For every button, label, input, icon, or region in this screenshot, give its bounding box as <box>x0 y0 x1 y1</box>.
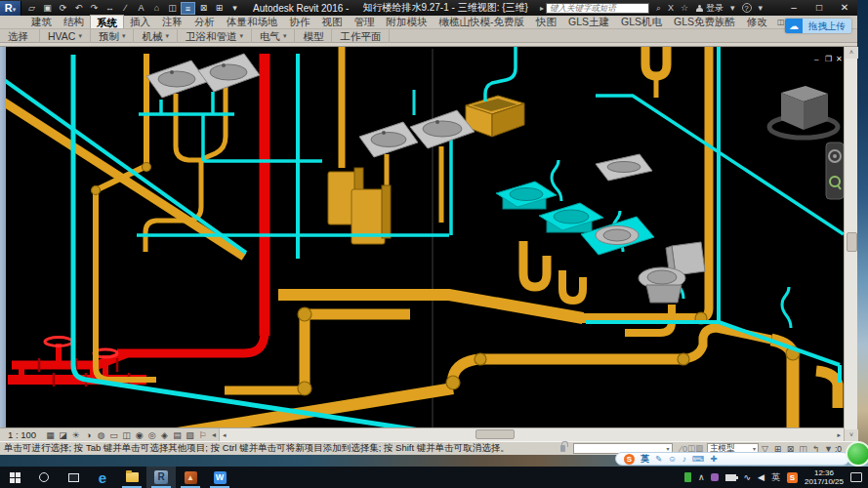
help-icon[interactable]: ? <box>742 3 752 13</box>
reveal-constraints-icon[interactable]: ⚐ <box>196 429 209 441</box>
panel-work-plane[interactable]: 工作平面 <box>332 29 390 43</box>
help-arrow-icon[interactable]: ▾ <box>759 3 764 13</box>
soft-keyboard-icon[interactable]: ⌨ <box>692 454 704 464</box>
panel-select[interactable]: 选择 <box>0 29 40 43</box>
minimize-button[interactable]: – <box>781 1 806 16</box>
sync-icon[interactable]: ⟳ <box>56 2 70 15</box>
tab-modify[interactable]: 修改 <box>741 15 773 28</box>
sign-in-label[interactable]: 登录 <box>706 2 723 15</box>
network-icon[interactable]: ∿ <box>743 472 751 482</box>
tab-manage[interactable]: 管理 <box>349 15 381 28</box>
thin-lines-icon[interactable]: ≡ <box>181 2 195 15</box>
3d-view-canvas[interactable]: – ❐ ✕ <box>6 47 844 427</box>
panel-electrical[interactable]: 电气▾ <box>252 29 296 43</box>
show-crop-region-icon[interactable]: ◫ <box>120 429 133 441</box>
maximize-button[interactable]: □ <box>806 1 832 16</box>
lock-icon[interactable] <box>560 445 565 452</box>
drag-upload-button[interactable]: ☁ 拖拽上传 <box>785 19 851 33</box>
tab-gls-mep[interactable]: GLS机电 <box>615 15 668 28</box>
scroll-left-icon[interactable]: ◂ <box>223 429 227 441</box>
sogou-tray-icon[interactable]: S <box>787 472 798 483</box>
redo-icon[interactable]: ↷ <box>87 2 102 15</box>
visual-style-icon[interactable]: ◪ <box>57 429 69 441</box>
tab-analyze[interactable]: 分析 <box>188 15 221 28</box>
handwriting-icon[interactable]: ✎ <box>655 454 662 464</box>
security-float-ball[interactable] <box>846 441 868 467</box>
qat-customize-icon[interactable]: ▾ <box>227 2 242 15</box>
taskbar-wps[interactable]: W <box>205 467 234 488</box>
emoji-icon[interactable]: ☺ <box>668 454 677 464</box>
voice-input-icon[interactable]: ♪ <box>682 454 686 464</box>
close-button[interactable]: ✕ <box>832 1 857 16</box>
text-icon[interactable]: A <box>134 2 148 15</box>
search-icon[interactable]: ⌕ <box>656 3 661 14</box>
panel-hvac[interactable]: HVAC▾ <box>40 29 91 43</box>
cortana-button[interactable] <box>29 467 59 488</box>
action-center-icon[interactable] <box>850 472 862 482</box>
tab-gls-civil[interactable]: GLS土建 <box>562 15 615 28</box>
worksharing-display-icon[interactable]: ▤ <box>171 429 184 441</box>
scroll-right-icon[interactable]: ▸ <box>837 429 841 441</box>
input-language-toggle[interactable]: 英 <box>641 453 649 466</box>
show-hidden-icons-caret[interactable]: ∧ <box>698 472 705 482</box>
crop-view-icon[interactable]: ▭ <box>107 429 120 441</box>
horizontal-scroll-thumb[interactable] <box>475 429 515 439</box>
taskbar-cad-app[interactable]: ▲ <box>176 467 205 488</box>
tray-app-icon[interactable] <box>711 473 719 481</box>
taskbar-edge[interactable]: e <box>88 467 117 488</box>
tab-architecture[interactable]: 建筑 <box>25 15 58 28</box>
taskbar-revit[interactable]: R <box>146 467 176 488</box>
battery-icon[interactable] <box>725 474 736 481</box>
detail-level-icon[interactable]: ▦ <box>44 429 57 441</box>
scroll-down-icon[interactable]: ˅ <box>845 429 858 441</box>
open-icon[interactable]: ▱ <box>24 2 39 15</box>
exchange-apps-icon[interactable]: X <box>668 3 674 13</box>
default-3d-view-icon[interactable]: ⌂ <box>149 2 164 15</box>
task-view-button[interactable] <box>59 467 88 488</box>
save-icon[interactable]: ▣ <box>40 2 55 15</box>
viewbar-collapse-icon[interactable]: ◂ <box>209 430 219 439</box>
tab-systems[interactable]: 系统 <box>90 15 124 28</box>
tab-massing-site[interactable]: 体量和场地 <box>221 15 284 28</box>
horizontal-scrollbar[interactable]: ◂ ▸ <box>219 428 844 442</box>
lock-3d-view-icon[interactable]: ◉ <box>133 429 145 441</box>
sun-path-icon[interactable]: ☀ <box>69 429 82 441</box>
panel-model[interactable]: 模型 <box>295 29 332 43</box>
sogou-logo-icon[interactable]: S <box>624 454 635 465</box>
navigation-bar[interactable] <box>826 142 844 199</box>
panel-mechanical[interactable]: 机械▾ <box>134 29 178 43</box>
view-window-controls[interactable]: – ❐ ✕ <box>814 55 843 63</box>
tab-glsmod[interactable]: 橄榄山快模-免费版 <box>434 15 531 28</box>
volume-icon[interactable]: ◀ <box>758 472 765 482</box>
shadows-icon[interactable]: ◑ <box>82 429 95 441</box>
panel-plumbing[interactable]: 卫浴和管道▾ <box>178 29 252 43</box>
sogou-input-toolbar[interactable]: S 英 ✎ ☺ ♪ ⌨ ✚ <box>615 452 849 466</box>
tab-collaborate[interactable]: 协作 <box>284 15 316 28</box>
infocenter-collapse-icon[interactable]: ▸ <box>540 4 544 13</box>
tab-gls-family[interactable]: GLS免费族酷 <box>668 15 741 28</box>
tab-kuaitu[interactable]: 快图 <box>530 15 562 28</box>
panel-fabrication[interactable]: 预制▾ <box>91 29 135 43</box>
tab-addins[interactable]: 附加模块 <box>381 15 434 28</box>
taskbar-file-explorer[interactable] <box>117 467 146 488</box>
input-language-indicator[interactable]: 英 <box>771 471 780 484</box>
tab-structure[interactable]: 结构 <box>58 15 90 28</box>
measure-icon[interactable]: ↔ <box>103 2 117 15</box>
toolbox-icon[interactable]: ✚ <box>710 454 717 464</box>
temporary-hide-isolate-icon[interactable]: ◎ <box>145 429 158 441</box>
vertical-scroll-thumb[interactable] <box>847 232 857 252</box>
reveal-hidden-elements-icon[interactable]: ◈ <box>158 429 171 441</box>
usb-device-icon[interactable] <box>684 472 691 482</box>
search-input[interactable] <box>546 3 649 14</box>
user-icon[interactable] <box>696 5 703 12</box>
vertical-scrollbar[interactable]: ˄ ˅ <box>844 47 857 441</box>
render-icon[interactable]: ◍ <box>95 429 107 441</box>
scroll-up-icon[interactable]: ˄ <box>845 47 858 59</box>
view-scale-label[interactable]: 1 : 100 <box>0 429 44 440</box>
sign-in-arrow-icon[interactable]: ▾ <box>730 3 735 13</box>
switch-windows-icon[interactable]: ⊞ <box>212 2 227 15</box>
temporary-view-properties-icon[interactable]: ▧ <box>184 429 196 441</box>
tab-view[interactable]: 视图 <box>316 15 349 28</box>
aligned-dimension-icon[interactable]: ∕ <box>118 2 133 15</box>
application-menu-button[interactable]: R▾ <box>0 1 21 16</box>
